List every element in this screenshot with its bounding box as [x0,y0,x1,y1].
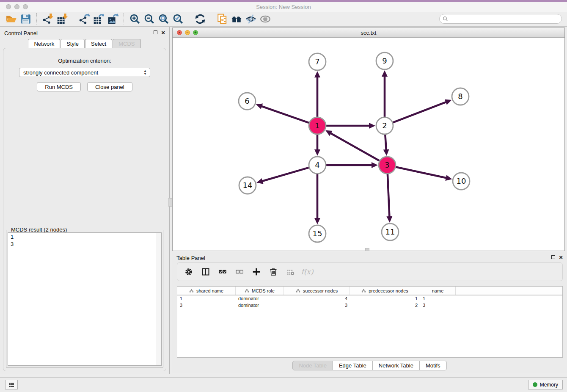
table-cell[interactable]: 3 [284,302,350,309]
close-table-panel-icon[interactable]: × [559,255,563,259]
tab-style[interactable]: Style [61,39,85,48]
tab-network-table[interactable]: Network Table [373,361,420,370]
optimization-dropdown[interactable]: strongly connected component ▲▼ [19,68,150,77]
graph-edge-2-3[interactable] [385,135,386,150]
zoom-in-button[interactable] [128,13,142,25]
graph-node-8[interactable]: 8 [452,88,469,105]
graph-node-11[interactable]: 11 [382,224,399,240]
graph-node-14[interactable]: 14 [239,177,256,194]
edge-arrowhead-icon [314,218,320,224]
network-window-titlebar[interactable]: × − + scc.txt [173,28,564,38]
float-table-panel-icon[interactable] [551,255,555,259]
node-label: 1 [315,121,319,130]
memory-button[interactable]: Memory [528,380,563,389]
table-toolbar: f(x) [177,262,563,281]
graph-node-6[interactable]: 6 [239,93,256,110]
open-session-button[interactable] [4,13,19,25]
graph-node-10[interactable]: 10 [453,173,470,190]
table-cell[interactable]: dominator [236,295,284,302]
edge-arrowhead-icon [386,216,392,223]
table-header-row: shared nameMCDS rolesuccessor nodesprede… [177,287,562,295]
node-label: 8 [458,92,462,101]
close-panel-button[interactable]: Close panel [87,82,132,91]
run-mcds-button[interactable]: Run MCDS [37,82,81,91]
import-table-button[interactable] [55,13,69,25]
zoom-out-button[interactable] [142,13,157,25]
graph-edge-4-14[interactable] [262,168,309,181]
function-icon: f(x) [301,268,313,276]
result-scrollbar[interactable] [156,233,161,365]
hide-details-button[interactable] [244,13,258,25]
export-network-button[interactable] [77,13,91,25]
clone-network-button[interactable] [215,13,229,25]
tab-network[interactable]: Network [28,39,60,48]
graph-node-4[interactable]: 4 [309,157,326,174]
tab-motifs[interactable]: Motifs [420,361,447,370]
graph-node-2[interactable]: 2 [376,117,393,134]
column-header-mcds-role[interactable]: MCDS role [236,287,284,295]
refresh-icon [195,14,206,25]
panel-splitter-handle[interactable] [168,198,172,207]
show-details-button[interactable] [258,13,272,25]
tab-mcds[interactable]: MCDS [113,39,140,48]
log-console-button[interactable] [5,380,18,389]
table-settings-button[interactable] [183,266,194,277]
mcds-result-text[interactable]: 1 3 [8,232,162,366]
search-input[interactable] [450,16,561,22]
graph-node-15[interactable]: 15 [309,225,326,242]
column-header-successor-nodes[interactable]: successor nodes [284,287,350,295]
memory-label: Memory [540,382,558,388]
delete-table-button [285,266,296,277]
table-cell[interactable]: 1 [350,295,420,302]
table-cell[interactable]: 4 [284,295,350,302]
tab-node-table[interactable]: Node Table [292,361,333,370]
edge-arrowhead-icon [314,71,320,77]
create-column-button[interactable] [251,266,262,277]
table-cell[interactable]: 3 [420,302,456,309]
table-row[interactable]: 3dominator323 [177,302,562,309]
graph-node-7[interactable]: 7 [309,53,326,70]
apply-layout-button[interactable] [193,13,207,25]
table-cell[interactable]: 1 [177,295,236,302]
column-header-predecessor-nodes[interactable]: predecessor nodes [350,287,420,295]
table-row[interactable]: 1dominator411 [177,295,562,302]
graph-edge-3-10[interactable] [396,167,447,178]
zoom-selected-button[interactable] [171,13,185,25]
network-canvas[interactable]: 1234678910111415 [173,37,564,251]
column-display-button[interactable] [200,266,211,277]
edge-arrowhead-icon [369,123,375,129]
toolbar-separator [73,13,74,25]
network-overview-button[interactable] [229,13,244,25]
import-network-button[interactable] [41,13,55,25]
table-cell[interactable]: dominator [236,302,284,309]
uncheck-all-icon [235,268,244,276]
select-all-button[interactable] [217,266,228,277]
graph-edge-3-1[interactable] [330,133,379,161]
graph-edge-2-8[interactable] [393,102,447,123]
table-cell[interactable]: 3 [177,302,236,309]
table-cell[interactable]: 1 [420,295,456,302]
export-image-button[interactable] [106,13,120,25]
float-panel-icon[interactable] [154,30,157,34]
column-header-name[interactable]: name [420,287,456,295]
tab-select[interactable]: Select [85,39,112,48]
export-table-button[interactable] [91,13,106,25]
graph-node-1[interactable]: 1 [309,117,326,134]
graph-edge-3-11[interactable] [388,174,390,217]
delete-column-button[interactable] [268,266,279,277]
graph-edge-1-6[interactable] [261,106,309,123]
zoom-fit-button[interactable] [157,13,171,25]
control-panel: Control Panel × NetworkStyleSelectMCDS O… [0,27,170,374]
tab-edge-table[interactable]: Edge Table [333,361,373,370]
control-panel-header: Control Panel × [0,27,169,38]
view-splitter-handle[interactable] [365,248,369,251]
search-box[interactable] [439,14,562,24]
close-panel-icon[interactable]: × [161,30,165,35]
graph-node-9[interactable]: 9 [376,52,393,69]
graph-node-3[interactable]: 3 [379,157,396,174]
save-session-button[interactable] [19,13,33,25]
unselect-all-button[interactable] [234,266,245,277]
table-cell[interactable]: 2 [350,302,420,309]
column-header-shared-name[interactable]: shared name [177,287,236,295]
application-window: Session: New Session Control Panel × Net… [0,0,567,392]
